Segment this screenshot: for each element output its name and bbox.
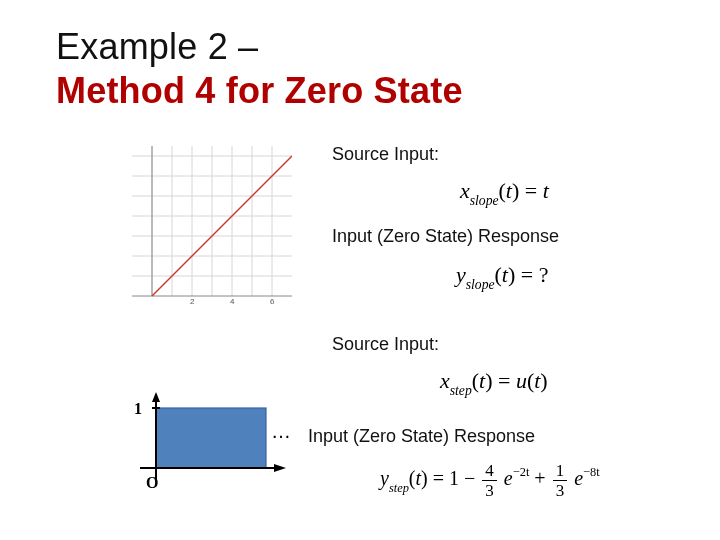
svg-marker-19 [152,392,160,402]
origin-label: O [146,474,158,491]
equation-x-step: xstep(t) = u(t) [440,368,548,397]
svg-marker-21 [274,464,286,472]
equation-x-slope: xslope(t) = t [460,178,549,207]
response-label-1: Input (Zero State) Response [332,226,559,247]
step-graph: 1 O [120,392,288,492]
svg-rect-17 [156,408,266,468]
y-tick-1: 1 [134,400,142,417]
equation-y-slope: yslope(t) = ? [456,262,548,291]
slope-graph: 2 4 6 [132,146,292,306]
tick-label: 6 [270,297,275,306]
tick-label: 4 [230,297,235,306]
title-line-2: Method 4 for Zero State [56,70,463,112]
response-label-2: Input (Zero State) Response [308,426,535,447]
svg-line-16 [152,156,292,296]
tick-label: 2 [190,297,195,306]
ellipsis: … [271,420,291,443]
source-input-label-2: Source Input: [332,334,439,355]
equation-y-step: ystep(t) = 1 − 43 e−2t + 13 e−8t [380,462,600,499]
title-line-1: Example 2 – [56,26,463,68]
source-input-label-1: Source Input: [332,144,439,165]
slide-title: Example 2 – Method 4 for Zero State [56,26,463,112]
